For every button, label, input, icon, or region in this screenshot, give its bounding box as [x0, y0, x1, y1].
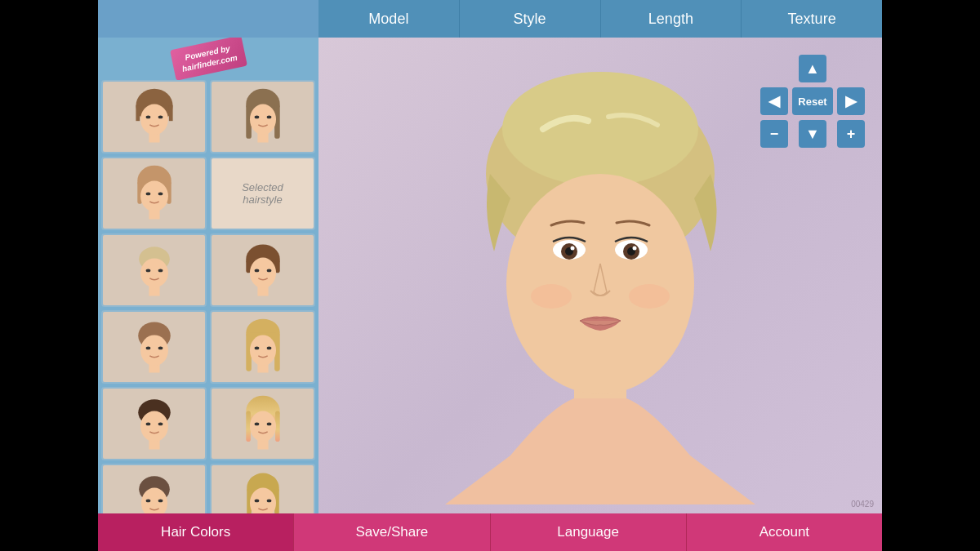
tab-language[interactable]: Language: [491, 513, 687, 551]
nav-reset-button[interactable]: Reset: [792, 87, 833, 115]
hair-row-3: [101, 233, 315, 307]
nav-empty-2: [837, 55, 865, 82]
hair-thumb-9[interactable]: [101, 387, 207, 460]
svg-point-94: [531, 284, 572, 309]
svg-point-6: [158, 116, 163, 119]
top-nav-spacer: [98, 0, 318, 38]
svg-point-32: [266, 269, 271, 273]
nav-down-button[interactable]: ▼: [799, 120, 826, 148]
nav-right-button[interactable]: ▶: [837, 87, 865, 115]
tab-hair-colors[interactable]: Hair Colors: [98, 513, 294, 551]
hair-row-1: [101, 80, 315, 153]
hair-row-4: [101, 310, 315, 384]
svg-point-44: [254, 347, 259, 350]
svg-point-85: [506, 174, 694, 394]
hair-thumb-11[interactable]: [101, 464, 207, 513]
svg-point-4: [140, 104, 168, 135]
svg-point-95: [629, 284, 670, 309]
main-face-svg: [445, 47, 755, 504]
svg-point-11: [250, 104, 276, 135]
svg-point-45: [266, 347, 271, 350]
selected-hairstyle-label: Selected hairstyle: [242, 181, 283, 206]
hair-face-10-svg: [234, 391, 292, 456]
svg-point-19: [145, 193, 150, 196]
svg-point-13: [266, 116, 271, 119]
tab-save-share[interactable]: Save/Share: [294, 513, 490, 551]
svg-point-35: [140, 335, 168, 366]
svg-point-83: [502, 72, 698, 186]
svg-point-23: [140, 258, 168, 287]
svg-point-24: [145, 269, 150, 273]
hair-thumb-6[interactable]: [210, 233, 315, 307]
nav-empty-1: [760, 55, 788, 82]
svg-point-56: [254, 423, 259, 426]
top-nav-tabs: Model Style Length Texture: [318, 0, 882, 38]
sidebar: Powered by hairfinder.com: [98, 38, 318, 513]
svg-point-61: [145, 500, 150, 503]
hair-thumb-7[interactable]: [101, 310, 207, 384]
tab-length[interactable]: Length: [601, 0, 742, 38]
tab-account[interactable]: Account: [687, 513, 882, 551]
svg-point-55: [250, 411, 276, 442]
nav-up-button[interactable]: ▲: [799, 55, 826, 82]
svg-point-5: [145, 116, 150, 119]
svg-point-69: [266, 500, 271, 503]
svg-point-62: [158, 500, 163, 503]
svg-point-43: [250, 335, 276, 366]
powered-by-badge: Powered by hairfinder.com: [170, 38, 247, 81]
nav-minus-button[interactable]: −: [760, 120, 788, 148]
nav-left-button[interactable]: ◀: [760, 87, 788, 115]
preview-area: ▲ ◀ Reset ▶ − ▼ + 00429: [318, 38, 882, 513]
hair-thumb-8[interactable]: [210, 310, 315, 384]
svg-point-48: [140, 411, 168, 442]
svg-point-31: [254, 269, 259, 273]
hair-face-12-svg: [234, 468, 292, 513]
svg-point-68: [254, 500, 259, 503]
hair-thumb-10[interactable]: [210, 387, 315, 460]
svg-point-50: [158, 423, 163, 426]
svg-point-25: [158, 269, 163, 273]
hair-face-2-svg: [234, 84, 292, 149]
tab-texture[interactable]: Texture: [742, 0, 882, 38]
svg-point-37: [158, 347, 163, 350]
svg-point-49: [145, 423, 150, 426]
hair-face-11-svg: [126, 468, 183, 513]
hair-thumb-3[interactable]: [101, 157, 207, 230]
hair-thumb-2[interactable]: [210, 80, 315, 153]
hair-row-2: Selected hairstyle: [101, 157, 315, 230]
hair-thumb-5[interactable]: [101, 233, 207, 307]
svg-rect-28: [275, 259, 280, 273]
hair-face-9-svg: [126, 391, 183, 456]
svg-rect-1: [136, 105, 140, 121]
powered-by-header: Powered by hairfinder.com: [101, 41, 315, 77]
svg-point-30: [250, 257, 276, 288]
hair-row-5: [101, 387, 315, 460]
hair-thumb-1[interactable]: [101, 80, 207, 153]
tab-model[interactable]: Model: [318, 0, 460, 38]
tab-style[interactable]: Style: [460, 0, 601, 38]
svg-rect-27: [246, 259, 251, 273]
hair-row-6: [101, 464, 315, 513]
svg-point-57: [266, 423, 271, 426]
nav-plus-button[interactable]: +: [837, 120, 865, 148]
svg-point-12: [254, 116, 259, 119]
svg-point-93: [633, 246, 637, 250]
nav-controls: ▲ ◀ Reset ▶ − ▼ +: [760, 54, 866, 149]
watermark: 00429: [851, 500, 874, 509]
hair-face-3-svg: [126, 161, 183, 226]
hair-face-8-svg: [234, 314, 292, 380]
hair-face-6-svg: [234, 238, 292, 303]
hair-thumb-12[interactable]: [210, 464, 315, 513]
top-navigation: Model Style Length Texture: [98, 0, 882, 38]
svg-point-20: [158, 193, 163, 196]
svg-point-92: [571, 246, 575, 250]
svg-point-36: [145, 347, 150, 350]
svg-rect-2: [168, 105, 172, 121]
hair-face-7-svg: [126, 314, 183, 380]
main-content: Powered by hairfinder.com: [98, 38, 882, 513]
svg-point-18: [140, 180, 168, 211]
bottom-navigation: Hair Colors Save/Share Language Account: [98, 513, 882, 551]
hair-thumb-selected[interactable]: Selected hairstyle: [210, 157, 315, 230]
hair-face-1-svg: [126, 84, 183, 149]
hair-face-5-svg: [126, 238, 183, 303]
